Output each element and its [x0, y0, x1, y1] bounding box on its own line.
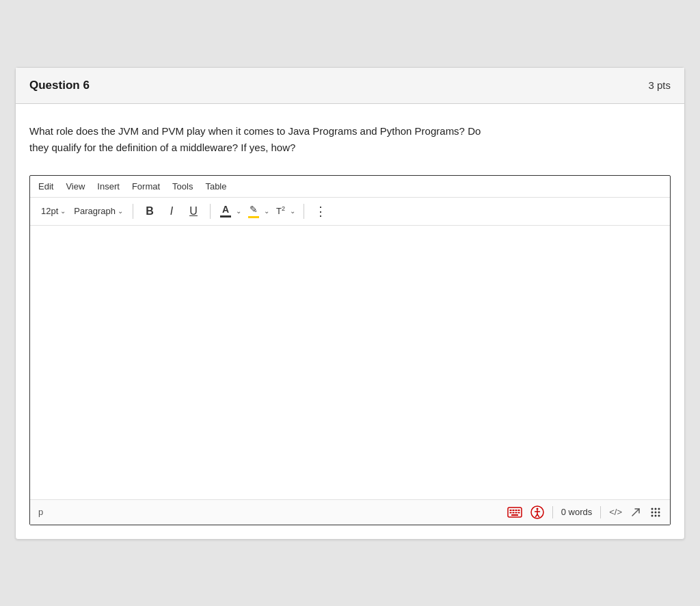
highlight-dropdown-button[interactable]: ⌄ [262, 202, 271, 221]
paragraph-style-value: Paragraph [74, 206, 116, 216]
editor-statusbar: p [30, 499, 670, 525]
svg-point-11 [536, 508, 538, 510]
more-options-icon: ⋮ [314, 204, 327, 219]
svg-rect-1 [509, 510, 511, 511]
word-count-label: 0 words [561, 507, 593, 517]
svg-point-24 [655, 514, 657, 516]
bold-button[interactable]: B [140, 202, 159, 221]
svg-rect-4 [517, 510, 520, 511]
font-size-chevron-icon: ⌄ [60, 207, 66, 215]
svg-rect-6 [512, 512, 514, 513]
highlight-color-group[interactable]: ✎ ⌄ [245, 202, 271, 221]
svg-point-21 [655, 511, 657, 513]
svg-line-15 [537, 514, 539, 517]
more-options-button[interactable]: ⋮ [311, 202, 330, 221]
paragraph-tag-indicator: p [38, 507, 43, 517]
menu-edit[interactable]: Edit [38, 181, 53, 192]
svg-point-23 [651, 514, 654, 516]
superscript-group[interactable]: T2 ⌄ [273, 202, 297, 221]
underline-icon: U [189, 205, 198, 218]
font-color-group[interactable]: A ⌄ [217, 202, 243, 221]
statusbar-right: 0 words </> [507, 505, 662, 519]
svg-rect-7 [515, 512, 517, 513]
menu-view[interactable]: View [66, 181, 85, 192]
highlight-icon: ✎ [248, 204, 259, 218]
expand-icon [630, 507, 641, 518]
highlight-chevron-icon: ⌄ [264, 207, 269, 215]
keyboard-icon [507, 507, 522, 518]
editor-toolbar: 12pt ⌄ Paragraph ⌄ B I U [30, 198, 670, 226]
accessibility-button[interactable] [530, 505, 544, 519]
font-color-button[interactable]: A [217, 202, 234, 221]
question-body: What role does the JVM and PVM play when… [16, 104, 684, 539]
source-code-button[interactable]: </> [609, 507, 622, 517]
bold-icon: B [146, 205, 154, 218]
svg-point-18 [655, 508, 657, 510]
font-color-chevron-icon: ⌄ [236, 207, 241, 215]
menu-format[interactable]: Format [132, 181, 160, 192]
svg-point-17 [651, 508, 654, 510]
superscript-chevron-icon: ⌄ [290, 207, 295, 215]
font-size-selector[interactable]: 12pt ⌄ [38, 205, 68, 218]
question-title: Question 6 [29, 79, 90, 92]
toolbar-divider-2 [210, 204, 211, 219]
superscript-icon: T2 [276, 205, 285, 216]
menu-tools[interactable]: Tools [172, 181, 193, 192]
question-points: 3 pts [648, 79, 671, 91]
superscript-dropdown-button[interactable]: ⌄ [288, 202, 297, 221]
editor-content[interactable] [30, 226, 670, 499]
more-actions-button[interactable] [649, 506, 662, 518]
svg-rect-9 [511, 514, 518, 516]
underline-button[interactable]: U [184, 202, 203, 221]
paragraph-chevron-icon: ⌄ [118, 207, 123, 215]
statusbar-divider-2 [600, 506, 601, 518]
svg-rect-8 [517, 512, 520, 513]
toolbar-divider-3 [304, 204, 304, 219]
toolbar-divider-1 [133, 204, 133, 219]
svg-line-16 [632, 509, 639, 516]
keyboard-shortcut-button[interactable] [507, 507, 522, 518]
accessibility-icon [530, 505, 544, 519]
grid-dots-icon [649, 506, 662, 518]
svg-point-19 [658, 508, 660, 510]
svg-point-25 [658, 514, 660, 516]
svg-rect-5 [509, 512, 511, 513]
expand-button[interactable] [630, 507, 641, 518]
svg-point-20 [651, 511, 654, 513]
rich-text-editor: Edit View Insert Format Tools Table 12pt… [29, 175, 671, 525]
font-color-dropdown-button[interactable]: ⌄ [234, 202, 243, 221]
paragraph-style-selector[interactable]: Paragraph ⌄ [71, 205, 126, 218]
svg-point-22 [658, 511, 660, 513]
menu-table[interactable]: Table [205, 181, 226, 192]
editor-menubar: Edit View Insert Format Tools Table [30, 176, 670, 198]
question-header: Question 6 3 pts [16, 68, 684, 104]
statusbar-divider-1 [552, 506, 553, 518]
menu-insert[interactable]: Insert [97, 181, 120, 192]
question-card: Question 6 3 pts What role does the JVM … [15, 67, 685, 540]
italic-button[interactable]: I [162, 202, 181, 221]
font-color-icon: A [220, 205, 231, 218]
superscript-button[interactable]: T2 [273, 202, 288, 221]
svg-rect-3 [515, 510, 517, 511]
font-size-value: 12pt [41, 206, 58, 216]
highlight-button[interactable]: ✎ [245, 202, 262, 221]
question-text: What role does the JVM and PVM play when… [29, 123, 671, 156]
italic-icon: I [170, 205, 173, 218]
svg-rect-2 [512, 510, 514, 511]
